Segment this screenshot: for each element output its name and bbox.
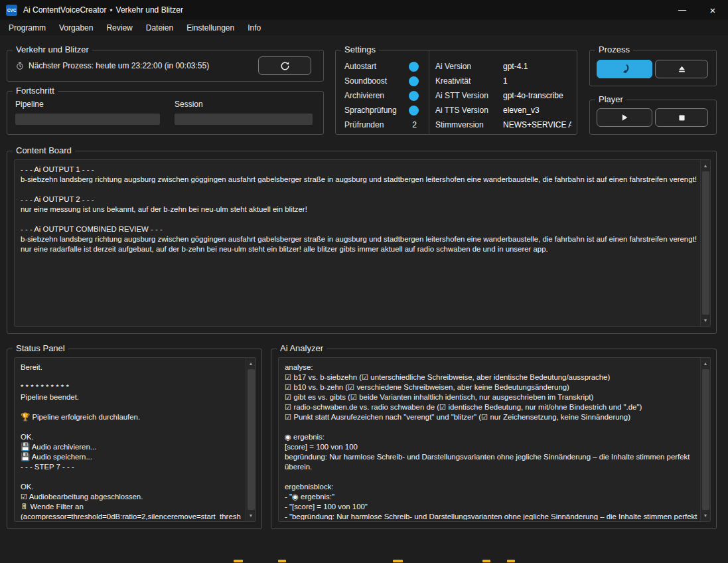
menubar: Programm Vorgaben Review Dateien Einstel… xyxy=(0,20,728,35)
pruefrunden-label: Prüfrunden xyxy=(344,120,384,129)
ai-analyzer-textarea[interactable]: analyse: ☑ b17 vs. b-siebzehn (☑ untersc… xyxy=(278,357,711,522)
scroll-up-icon[interactable]: ▲ xyxy=(246,359,255,368)
taskbar-peek-icon xyxy=(482,560,490,562)
group-content-board: Content Board - - - Ai OUTPUT 1 - - - b-… xyxy=(7,151,717,334)
group-title-settings: Settings xyxy=(341,44,379,54)
soundboost-label: Soundboost xyxy=(344,76,387,86)
group-title-status-panel: Status Panel xyxy=(13,343,68,353)
app-logo-icon: CVC xyxy=(6,5,17,16)
setting-row-archivieren: Archivieren xyxy=(344,88,419,103)
group-title-fortschritt: Fortschritt xyxy=(13,86,58,96)
menu-item-programm[interactable]: Programm xyxy=(2,22,52,34)
minimize-icon: — xyxy=(678,5,686,15)
sprachpruefung-toggle[interactable] xyxy=(409,106,419,116)
menu-item-vorgaben[interactable]: Vorgaben xyxy=(52,22,100,34)
setting-row-autostart: Autostart xyxy=(344,59,419,74)
stt-version-label: Ai STT Version xyxy=(435,91,503,100)
setting-row-stimmversion: Stimmversion NEWS+SERVICE AN xyxy=(435,118,571,132)
scroll-down-icon[interactable]: ▼ xyxy=(701,315,710,325)
ai-analyzer-scrollbar[interactable]: ▲ ▼ xyxy=(700,358,710,521)
taskbar-peek-icon xyxy=(507,560,515,562)
setting-row-kreativitaet: Kreativität 1 xyxy=(435,74,571,88)
ai-version-value: gpt-4.1 xyxy=(503,62,571,71)
group-status-panel: Status Panel Bereit. * * * * * * * * * *… xyxy=(7,349,262,529)
status-panel-textarea[interactable]: Bereit. * * * * * * * * * * Pipeline bee… xyxy=(14,357,256,522)
eject-button[interactable] xyxy=(655,60,708,78)
kreativitaet-label: Kreativität xyxy=(435,76,503,86)
ai-analyzer-text: analyse: ☑ b17 vs. b-siebzehn (☑ untersc… xyxy=(285,362,698,520)
scroll-up-icon[interactable]: ▲ xyxy=(701,359,710,368)
close-button[interactable]: × xyxy=(697,0,728,20)
setting-row-sprachpruefung: Sprachprüfung xyxy=(344,103,419,118)
scrollbar-thumb[interactable] xyxy=(248,369,255,510)
status-panel-scrollbar[interactable]: ▲ ▼ xyxy=(246,358,255,521)
content-board-textarea[interactable]: - - - Ai OUTPUT 1 - - - b-siebzehn lands… xyxy=(14,159,711,327)
settings-toggle-column: Autostart Soundboost Archivieren Sprachp… xyxy=(344,59,419,132)
play-button[interactable] xyxy=(597,108,652,127)
start-process-button[interactable] xyxy=(597,60,652,78)
soundboost-toggle[interactable] xyxy=(409,76,419,86)
taskbar-peek-icon xyxy=(393,560,403,562)
group-fortschritt: Fortschritt Pipeline Session xyxy=(7,91,324,135)
play-icon xyxy=(620,113,629,122)
content-board-text: - - - Ai OUTPUT 1 - - - b-siebzehn lands… xyxy=(21,165,698,325)
taskbar-peek-icon xyxy=(278,560,286,562)
pipeline-progressbar xyxy=(15,114,160,125)
group-title-prozess: Prozess xyxy=(595,44,633,54)
next-process-row: Nächster Prozess: heute um 23:22:00 (in … xyxy=(16,50,209,81)
group-prozess: Prozess xyxy=(589,50,717,86)
minimize-button[interactable]: — xyxy=(667,0,697,20)
scrollbar-thumb[interactable] xyxy=(702,369,709,510)
archivieren-label: Archivieren xyxy=(344,91,384,100)
scroll-down-icon[interactable]: ▼ xyxy=(701,511,710,521)
setting-row-tts-version: Ai TTS Version eleven_v3 xyxy=(435,103,571,118)
next-process-text: Nächster Prozess: heute um 23:22:00 (in … xyxy=(29,61,209,70)
group-title-ai-analyzer: Ai Analyzer xyxy=(277,343,327,353)
app-window: CVC Ai ContentVoiceCreator ⋆ Verkehr und… xyxy=(0,0,728,563)
stimmversion-label: Stimmversion xyxy=(435,120,503,129)
group-ai-analyzer: Ai Analyzer analyse: ☑ b17 vs. b-siebzeh… xyxy=(271,349,717,529)
setting-row-stt-version: Ai STT Version gpt-4o-transcribe xyxy=(435,88,571,103)
stop-button[interactable] xyxy=(655,108,708,127)
autostart-label: Autostart xyxy=(344,62,376,71)
taskbar-peek-icon xyxy=(234,560,243,562)
settings-value-column: Ai Version gpt-4.1 Kreativität 1 Ai STT … xyxy=(435,59,571,132)
tts-version-label: Ai TTS Version xyxy=(435,106,503,115)
stimmversion-value: NEWS+SERVICE AN xyxy=(503,120,571,129)
window-controls: — × xyxy=(667,0,728,20)
scroll-up-icon[interactable]: ▲ xyxy=(701,161,710,171)
group-title-player: Player xyxy=(595,94,626,104)
clock-icon xyxy=(16,62,24,70)
settings-divider xyxy=(429,50,429,134)
stt-version-value: gpt-4o-transcribe xyxy=(503,91,571,100)
content-board-scrollbar[interactable]: ▲ ▼ xyxy=(700,160,710,326)
menu-item-dateien[interactable]: Dateien xyxy=(139,22,180,34)
menu-item-info[interactable]: Info xyxy=(241,22,267,34)
group-settings: Settings Autostart Soundboost Archiviere… xyxy=(335,50,577,135)
reload-process-button[interactable] xyxy=(258,56,311,75)
archivieren-toggle[interactable] xyxy=(409,91,419,101)
window-title: Ai ContentVoiceCreator ⋆ Verkehr und Bli… xyxy=(23,5,183,15)
menu-item-review[interactable]: Review xyxy=(100,22,139,34)
setting-row-ai-version: Ai Version gpt-4.1 xyxy=(435,59,571,74)
tts-version-value: eleven_v3 xyxy=(503,106,571,115)
group-verkehr-und-blitzer: Verkehr und Blitzer Nächster Prozess: he… xyxy=(7,50,324,82)
pruefrunden-value: 2 xyxy=(412,120,417,129)
session-label: Session xyxy=(175,100,203,109)
close-icon: × xyxy=(710,5,716,16)
session-progressbar xyxy=(175,114,313,125)
pipeline-label: Pipeline xyxy=(15,100,44,109)
kreativitaet-value: 1 xyxy=(503,76,571,86)
app-logo-text: CVC xyxy=(7,8,17,13)
autostart-toggle[interactable] xyxy=(409,62,419,72)
eject-icon xyxy=(677,64,687,74)
reload-icon xyxy=(279,60,291,72)
scrollbar-thumb[interactable] xyxy=(702,171,709,315)
scroll-down-icon[interactable]: ▼ xyxy=(246,511,255,521)
setting-row-pruefrunden: Prüfrunden 2 xyxy=(344,118,419,132)
run-process-icon xyxy=(619,63,630,75)
titlebar: CVC Ai ContentVoiceCreator ⋆ Verkehr und… xyxy=(0,0,728,20)
stop-icon xyxy=(678,114,686,122)
group-player: Player xyxy=(589,100,717,135)
menu-item-einstellungen[interactable]: Einstellungen xyxy=(180,22,241,34)
